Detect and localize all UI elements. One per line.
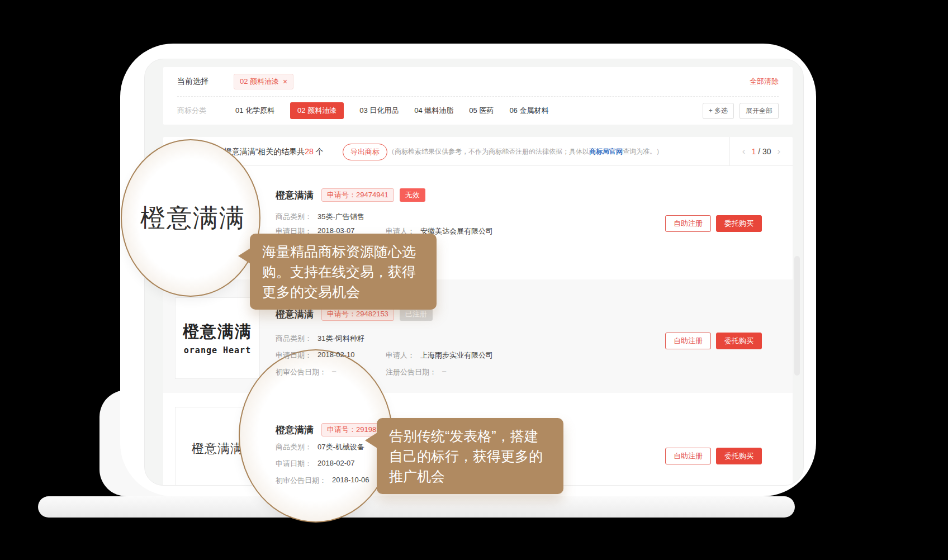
pagination: ‹ 1 / 30 › [729, 137, 793, 165]
expand-all-button[interactable]: 展开全部 [740, 103, 779, 119]
results-count: 28 [305, 147, 314, 156]
entrust-buy-button[interactable]: 委托购买 [716, 333, 762, 349]
application-number-badge: 申请号：29474941 [321, 188, 394, 202]
screen-shadow [38, 496, 795, 518]
trademark-name: 橙意满满 [276, 189, 314, 202]
field-label: 申请日期： [276, 459, 312, 469]
entrust-buy-button[interactable]: 委托购买 [716, 448, 762, 464]
row-field-line: 商品类别：31类-饲料种籽 [276, 334, 364, 344]
field-label: 商品类别： [276, 442, 312, 452]
self-register-button[interactable]: 自助注册 [665, 215, 711, 232]
category-row: 商标分类 01 化学原料 02 颜料油漆 03 日化用品 04 燃料油脂 05 … [163, 97, 793, 125]
field-value: 07类-机械设备 [317, 442, 364, 452]
total-pages: 30 [762, 147, 771, 156]
scrollbar-thumb[interactable] [794, 256, 800, 376]
current-selection-label: 当前选择 [177, 77, 208, 87]
disclaimer-pre: （商标检索结果仅供参考，不作为商标能否注册的法律依据；具体以 [388, 148, 589, 155]
row-field-line: 申请日期：2018-02-07 [276, 459, 355, 469]
field-label: 初审公告日期： [276, 476, 326, 486]
category-label: 商标分类 [177, 106, 206, 116]
field-value: 上海雨步实业有限公司 [420, 350, 493, 360]
category-tabs: 01 化学原料 02 颜料油漆 03 日化用品 04 燃料油脂 05 医药 06… [235, 102, 548, 119]
category-tab-02-active[interactable]: 02 颜料油漆 [290, 102, 344, 119]
field-value: 2018-02-10 [317, 350, 355, 360]
current-selection-row: 当前选择 02 颜料油漆 × 全部清除 [163, 67, 793, 96]
field-label: 申请日期： [276, 350, 312, 360]
entrust-buy-button[interactable]: 委托购买 [716, 215, 762, 232]
tooltip-marketplace: 海量精品商标资源随心选 购。支持在线交易，获得 更多的交易机会 [250, 234, 437, 310]
field-value: 31类-饲料种籽 [317, 334, 364, 344]
prev-page-icon[interactable]: ‹ [742, 146, 746, 157]
status-badge: 无效 [400, 188, 425, 202]
disclaimer-text: （商标检索结果仅供参考，不作为商标能否注册的法律依据；具体以商标局官网查询为准。… [388, 137, 663, 166]
trademark-name: 橙意满满 [276, 424, 314, 436]
category-tab-03[interactable]: 03 日化用品 [359, 106, 399, 116]
row-field-line: 初审公告日期：2018-10-06 [276, 476, 369, 486]
tooltip-promotion: 告别传统“发表格”，搭建 自己的标行，获得更多的 推广机会 [377, 418, 563, 494]
selected-filter-tag[interactable]: 02 颜料油漆 × [234, 74, 293, 89]
field-value: 35类-广告销售 [317, 212, 364, 222]
field-label: 商品类别： [276, 212, 312, 222]
field-label: 注册公告日期： [386, 367, 437, 377]
row-actions: 自助注册 委托购买 [665, 448, 762, 464]
category-tab-06[interactable]: 06 金属材料 [509, 106, 548, 116]
field-value: – [332, 367, 336, 377]
field-label: 申请人： [386, 350, 415, 360]
category-tab-04[interactable]: 04 燃料油脂 [414, 106, 453, 116]
row-field-line: 申请日期：2018-02-10 申请人：上海雨步实业有限公司 [276, 350, 493, 360]
field-value: – [442, 367, 446, 377]
tag-close-icon[interactable]: × [283, 77, 287, 86]
row-actions: 自助注册 委托购买 [665, 215, 762, 232]
trademark-office-link[interactable]: 商标局官网 [589, 148, 623, 155]
self-register-button[interactable]: 自助注册 [665, 448, 711, 464]
results-unit: 个 [314, 147, 324, 156]
page: 当前选择 02 颜料油漆 × 全部清除 商标分类 01 化学原料 02 颜料油漆… [0, 0, 948, 560]
next-page-icon[interactable]: › [778, 146, 781, 157]
filter-panel: 当前选择 02 颜料油漆 × 全部清除 商标分类 01 化学原料 02 颜料油漆… [163, 67, 793, 125]
row-field-line: 初审公告日期：– 注册公告日期：– [276, 367, 446, 377]
self-register-button[interactable]: 自助注册 [665, 333, 711, 349]
row-actions: 自助注册 委托购买 [665, 333, 762, 349]
category-tab-05[interactable]: 05 医药 [469, 106, 494, 116]
field-value: 2018-10-06 [332, 476, 369, 486]
multi-select-button[interactable]: + 多选 [703, 103, 734, 119]
clear-all-button[interactable]: 全部清除 [750, 77, 779, 87]
page-indicator: 1 / 30 [751, 146, 771, 156]
results-header: 已为您检索到“橙意满满”相关的结果共28 个 导出商标 （商标检索结果仅供参考，… [163, 137, 793, 166]
row-field-line: 商品类别：07类-机械设备 [276, 442, 364, 452]
field-value: 2018-02-07 [317, 459, 355, 469]
selected-filter-tag-label: 02 颜料油漆 [240, 77, 279, 87]
field-label: 初审公告日期： [276, 367, 326, 377]
field-label: 商品类别： [276, 334, 312, 344]
trademark-title-line: 橙意满满 申请号：29474941 无效 [276, 188, 425, 202]
export-trademarks-button[interactable]: 导出商标 [343, 144, 387, 160]
category-tab-01[interactable]: 01 化学原料 [235, 106, 274, 116]
disclaimer-post: 查询为准。） [623, 148, 663, 155]
row-field-line: 商品类别：35类-广告销售 [276, 212, 364, 222]
page-separator: / [756, 147, 762, 156]
category-tools: + 多选 展开全部 [703, 103, 779, 119]
